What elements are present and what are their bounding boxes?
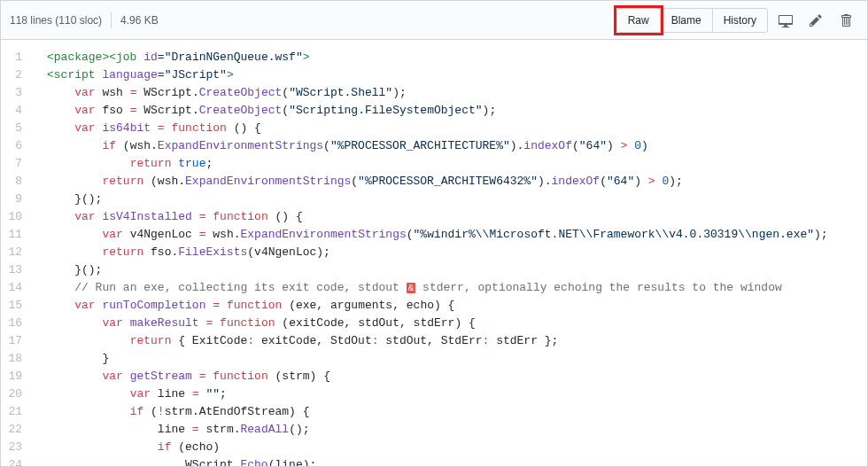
line-number[interactable]: 24: [1, 456, 31, 466]
trash-icon[interactable]: [833, 8, 858, 33]
line-number[interactable]: 18: [1, 350, 31, 368]
line-number[interactable]: 17: [1, 332, 31, 350]
line-number[interactable]: 7: [1, 155, 31, 173]
pencil-icon[interactable]: [803, 8, 828, 33]
file-view-container: 118 lines (110 sloc) 4.96 KB Raw Blame H…: [0, 0, 868, 467]
line-number[interactable]: 12: [1, 244, 31, 261]
code-area: 123456789101112131415161718192021222324 …: [1, 40, 867, 466]
line-number[interactable]: 8: [1, 173, 31, 191]
code-line: return (wsh.ExpandEnvironmentStrings("%P…: [38, 173, 867, 191]
line-number[interactable]: 16: [1, 315, 31, 332]
code-line: return { ExitCode: exitCode, StdOut: std…: [38, 332, 867, 350]
line-number[interactable]: 6: [1, 137, 31, 155]
code-line: // Run an exe, collecting its exit code,…: [38, 279, 867, 297]
file-size: 4.96 KB: [120, 14, 159, 27]
code-line: var v4NgenLoc = wsh.ExpandEnvironmentStr…: [38, 226, 867, 244]
line-number[interactable]: 20: [1, 385, 31, 403]
line-count: 118 lines (110 sloc): [10, 14, 102, 27]
code-line: var wsh = WScript.CreateObject("WScript.…: [38, 84, 867, 102]
code-line: var line = "";: [38, 385, 867, 403]
code-line: }: [38, 350, 867, 368]
desktop-icon[interactable]: [773, 8, 798, 33]
file-header: 118 lines (110 sloc) 4.96 KB Raw Blame H…: [1, 1, 867, 40]
code-line: <script language="JScript">: [38, 66, 867, 84]
line-number[interactable]: 10: [1, 208, 31, 226]
code-content[interactable]: <package><job id="DrainNGenQueue.wsf"><s…: [38, 40, 867, 466]
line-number[interactable]: 9: [1, 191, 31, 208]
line-number[interactable]: 13: [1, 261, 31, 279]
code-line: }();: [38, 191, 867, 208]
history-button[interactable]: History: [712, 8, 768, 33]
code-line: }();: [38, 261, 867, 279]
line-number[interactable]: 23: [1, 439, 31, 456]
raw-button-label: Raw: [628, 14, 649, 27]
file-actions: Raw Blame History: [616, 8, 858, 33]
line-number[interactable]: 1: [1, 49, 31, 66]
code-line: if (echo): [38, 439, 867, 456]
code-line: return true;: [38, 155, 867, 173]
code-line: <package><job id="DrainNGenQueue.wsf">: [38, 49, 867, 66]
line-number[interactable]: 11: [1, 226, 31, 244]
history-button-label: History: [724, 14, 756, 27]
code-line: return fso.FileExists(v4NgenLoc);: [38, 244, 867, 261]
code-line: var fso = WScript.CreateObject("Scriptin…: [38, 102, 867, 120]
code-line: var is64bit = function () {: [38, 120, 867, 137]
line-number-gutter: 123456789101112131415161718192021222324: [1, 40, 38, 466]
code-line: if (wsh.ExpandEnvironmentStrings("%PROCE…: [38, 137, 867, 155]
button-group: Raw Blame History: [616, 8, 768, 33]
raw-button[interactable]: Raw: [616, 8, 661, 33]
line-number[interactable]: 15: [1, 297, 31, 315]
code-line: if (!strm.AtEndOfStream) {: [38, 403, 867, 421]
code-line: var makeResult = function (exitCode, std…: [38, 315, 867, 332]
line-number[interactable]: 3: [1, 84, 31, 102]
line-number[interactable]: 19: [1, 368, 31, 385]
code-line: WScript.Echo(line);: [38, 456, 867, 466]
blame-button[interactable]: Blame: [660, 8, 713, 33]
code-line: line = strm.ReadAll();: [38, 421, 867, 439]
line-number[interactable]: 5: [1, 120, 31, 137]
line-number[interactable]: 2: [1, 66, 31, 84]
blame-button-label: Blame: [671, 14, 701, 27]
info-divider: [111, 12, 112, 28]
line-number[interactable]: 22: [1, 421, 31, 439]
code-line: var isV4Installed = function () {: [38, 208, 867, 226]
line-number[interactable]: 21: [1, 403, 31, 421]
line-number[interactable]: 4: [1, 102, 31, 120]
line-number[interactable]: 14: [1, 279, 31, 297]
code-line: var getStream = function (strm) {: [38, 368, 867, 385]
code-line: var runToCompletion = function (exe, arg…: [38, 297, 867, 315]
file-info: 118 lines (110 sloc) 4.96 KB: [10, 12, 159, 28]
